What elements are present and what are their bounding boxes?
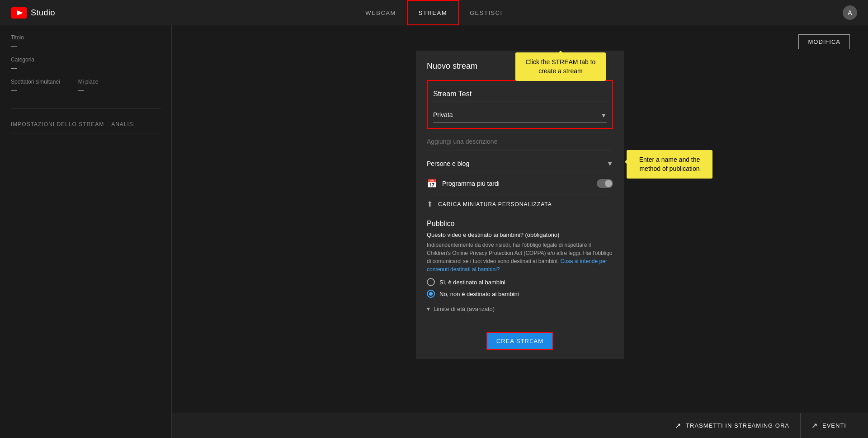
modifica-button[interactable]: MODIFICA: [798, 34, 850, 49]
tab-gestisci[interactable]: GESTISCI: [459, 0, 514, 25]
sidebar-titolo: Titolo —: [11, 34, 160, 49]
stream-name-input[interactable]: [433, 86, 607, 102]
avatar[interactable]: A: [843, 5, 857, 20]
streaming-ora-button[interactable]: ↗ TRASMETTI IN STREAMING ORA: [664, 413, 800, 438]
crea-stream-button[interactable]: CREA STREAM: [486, 332, 553, 350]
category-row[interactable]: Persone e blog ▼ Enter a name and the me…: [427, 155, 613, 173]
upload-icon: ⬆: [427, 200, 433, 208]
age-limit-row[interactable]: ▾ Limite di età (avanzato): [427, 301, 613, 316]
sidebar-categoria: Categoria —: [11, 57, 160, 71]
spettatori-label: Spettatori simultanei: [11, 79, 60, 85]
radio-yes-label: Sì, è destinato ai bambini: [439, 279, 505, 286]
radio-yes-circle: [427, 278, 435, 286]
streaming-ora-label: TRASMETTI IN STREAMING ORA: [686, 422, 789, 429]
sidebar-mi-piace: Mi piace —: [78, 79, 99, 94]
mi-piace-label: Mi piace: [78, 79, 99, 85]
pubblico-section: Pubblico Questo video è destinato ai bam…: [427, 214, 613, 321]
visibility-wrapper: Pubblica Non in elenco Privata ▼: [433, 108, 607, 122]
age-limit-label: Limite di età (avanzato): [434, 306, 495, 312]
schedule-row: 📅 Programma più tardi: [427, 173, 613, 194]
sidebar-spettatori: Spettatori simultanei —: [11, 79, 60, 94]
toggle-knob: [605, 180, 612, 187]
description-input[interactable]: [427, 132, 613, 151]
content-area: MODIFICA Click the STREAM tab to create …: [172, 25, 868, 438]
bottom-bar: ↗ TRASMETTI IN STREAMING ORA ↗ EVENTI: [172, 413, 868, 438]
children-question: Questo video è destinato ai bambini? (ob…: [427, 231, 613, 238]
spettatori-value: —: [11, 87, 60, 94]
pubblico-title: Pubblico: [427, 220, 613, 228]
tooltip-stream: Click the STREAM tab to create a stream: [515, 52, 606, 81]
sidebar-tab-impostazioni[interactable]: IMPOSTAZIONI DELLO STREAM: [11, 116, 111, 133]
mi-piace-value: —: [78, 87, 99, 94]
header-right: A: [843, 5, 857, 20]
sidebar-divider: [11, 108, 160, 108]
schedule-label: Programma più tardi: [442, 180, 591, 187]
logo[interactable]: Studio: [11, 7, 55, 19]
youtube-icon: [11, 7, 27, 19]
categoria-value: —: [11, 65, 160, 71]
calendar-icon: 📅: [427, 179, 437, 188]
radio-yes[interactable]: Sì, è destinato ai bambini: [427, 278, 613, 286]
sidebar: Titolo — Categoria — Spettatori simultan…: [0, 25, 172, 438]
nuovo-stream-panel: Nuovo stream Pubblica Non in elenco Priv…: [416, 51, 624, 359]
titolo-value: —: [11, 42, 160, 49]
upload-row[interactable]: ⬆ CARICA MINIATURA PERSONALIZZATA: [427, 194, 613, 214]
category-label: Persone e blog: [427, 160, 469, 167]
main-content: Titolo — Categoria — Spettatori simultan…: [0, 25, 868, 438]
main-nav: WEBCAM STREAM GESTISCI: [354, 0, 513, 25]
visibility-select[interactable]: Pubblica Non in elenco Privata: [433, 108, 607, 122]
radio-no-dot: [429, 292, 433, 296]
streaming-icon: ↗: [675, 421, 681, 430]
header: Studio WEBCAM STREAM GESTISCI A: [0, 0, 868, 25]
tooltip-publication: Enter a name and the method of publicati…: [627, 150, 712, 179]
eventi-label: EVENTI: [822, 422, 846, 429]
eventi-icon: ↗: [811, 421, 818, 430]
radio-no-label: No, non è destinato ai bambini: [439, 291, 519, 297]
sidebar-tabs: IMPOSTAZIONI DELLO STREAM ANALISI: [11, 116, 160, 133]
category-arrow-icon: ▼: [607, 160, 613, 167]
sidebar-tab-analisi[interactable]: ANALISI: [111, 116, 142, 133]
children-desc: Indipendentemente da dove risiedi, hai l…: [427, 241, 613, 273]
upload-label: CARICA MINIATURA PERSONALIZZATA: [438, 201, 552, 207]
chevron-down-icon: ▾: [427, 305, 430, 312]
radio-no[interactable]: No, non è destinato ai bambini: [427, 290, 613, 298]
eventi-button[interactable]: ↗ EVENTI: [800, 413, 857, 438]
radio-no-circle: [427, 290, 435, 298]
tab-webcam[interactable]: WEBCAM: [354, 0, 407, 25]
tab-stream[interactable]: STREAM: [407, 0, 459, 25]
categoria-label: Categoria: [11, 57, 160, 63]
titolo-label: Titolo: [11, 34, 160, 41]
studio-label: Studio: [31, 8, 55, 18]
schedule-toggle[interactable]: [597, 179, 613, 188]
stream-form-highlight: Pubblica Non in elenco Privata ▼: [427, 80, 613, 129]
